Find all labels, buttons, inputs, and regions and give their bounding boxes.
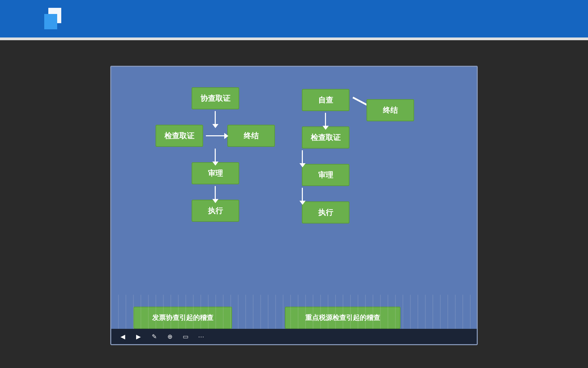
left-arrow2	[215, 149, 216, 162]
left-step3-label: 审理	[208, 168, 223, 179]
left-step2-box: 检查取证	[156, 125, 203, 147]
right-row1: 自查 终结	[302, 87, 418, 113]
content-area: 协查取证 检查取证 终结	[0, 40, 588, 368]
right-step2-label: 检查取证	[311, 133, 341, 143]
right-step4-box: 执行	[302, 201, 349, 224]
target-button[interactable]: ⊕	[165, 332, 175, 341]
logo	[44, 8, 63, 30]
right-step4-label: 执行	[318, 208, 333, 218]
right-arrow2	[302, 150, 303, 164]
prev-button[interactable]: ◀	[118, 332, 128, 341]
left-step4-label: 执行	[208, 206, 223, 216]
right-step1-side-box: 终结	[366, 99, 414, 121]
monitor-button[interactable]: ▭	[181, 332, 190, 341]
right-step1-side-label: 终结	[383, 105, 398, 116]
right-step1-label: 自查	[318, 95, 333, 105]
top-bar	[0, 0, 588, 37]
left-step1-box: 协查取证	[192, 87, 239, 109]
pencil-button[interactable]: ✎	[149, 332, 159, 341]
slide: 协查取证 检查取证 终结	[110, 66, 478, 345]
controls-bar: ◀ ▶ ✎ ⊕ ▭ ⋯	[111, 329, 477, 344]
left-horiz-arrow	[206, 135, 225, 136]
left-step2-label: 检查取证	[164, 131, 194, 141]
right-arrow3	[302, 188, 303, 201]
play-button[interactable]: ▶	[134, 332, 143, 341]
svg-rect-2	[44, 14, 57, 29]
flowchart-right: 自查 终结 检查取证	[302, 87, 418, 224]
right-step3-label: 审理	[318, 170, 333, 180]
right-step1-box: 自查	[302, 89, 349, 111]
dots-button[interactable]: ⋯	[196, 332, 206, 341]
left-step2-side-box: 终结	[227, 125, 275, 147]
left-arrow1	[215, 111, 216, 125]
left-arrow3	[215, 186, 216, 200]
flowchart-left: 协查取证 检查取证 终结	[156, 87, 275, 222]
right-arrow1	[325, 113, 326, 126]
left-step2-side-label: 终结	[244, 131, 259, 141]
left-step1-label: 协查取证	[200, 93, 230, 104]
city-bg	[111, 295, 477, 329]
separator	[0, 37, 588, 40]
right-step3-box: 审理	[302, 164, 349, 186]
